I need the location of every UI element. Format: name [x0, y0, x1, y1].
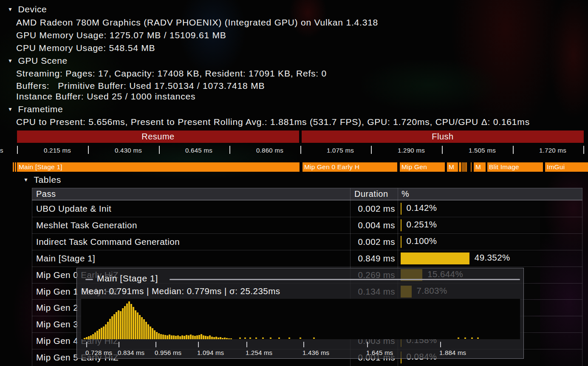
scale-label: 1.505 ms — [452, 147, 513, 154]
timeline-span[interactable]: M — [447, 162, 458, 172]
histogram-axis-tick — [246, 342, 247, 347]
profiler-overlay: ▼Device AMD Radeon 780M Graphics (RADV P… — [0, 0, 588, 366]
timeline-span-label: M — [474, 162, 486, 172]
column-header-duration[interactable]: Duration — [354, 188, 388, 200]
column-header-pass[interactable]: Pass — [36, 188, 56, 200]
histogram-axis-label: 1.645 ms — [366, 349, 393, 356]
percent-label: 49.352% — [475, 250, 510, 265]
timeline-span[interactable] — [462, 162, 463, 172]
histogram-bar — [124, 306, 126, 339]
histogram-bar — [186, 335, 187, 339]
timeline-span[interactable]: Mip Gen — [400, 162, 445, 172]
timeline-span[interactable]: ImGui — [545, 162, 588, 172]
tooltip-stats: Mean: 0.791ms | Median: 0.779ms | σ: 25.… — [81, 286, 280, 296]
scale-tick — [371, 146, 372, 154]
scene-blob — [361, 60, 497, 111]
gpu-memory-line: GPU Memory Usage: 1275.07 MB / 15109.61 … — [16, 30, 226, 40]
histogram-bar — [222, 338, 223, 339]
timeline-span[interactable] — [464, 162, 464, 172]
table-row[interactable]: Indirect Task Command Generation0.002 ms… — [32, 233, 582, 250]
timeline-span-label: ImGui — [545, 162, 588, 172]
timeline-group-flush[interactable]: Flush — [302, 131, 584, 143]
timeline-span[interactable]: Main [Stage 1] — [17, 162, 300, 172]
percent-label: 0.142% — [407, 201, 437, 215]
histogram-dot — [244, 338, 246, 339]
histogram-bar — [175, 336, 177, 339]
cpu-memory-line: CPU Memory Usage: 548.54 MB — [16, 43, 155, 53]
pass-histogram-tooltip: Main [Stage 1] Mean: 0.791ms | Median: 0… — [76, 268, 524, 359]
histogram-dot — [313, 338, 315, 339]
scale-label: 1.720 ms — [522, 147, 583, 154]
pass-cell: Indirect Task Command Generation — [36, 234, 180, 250]
table-row[interactable]: Meshlet Task Generation0.004 ms0.251% — [32, 217, 582, 233]
section-device[interactable]: ▼Device — [8, 4, 47, 14]
separator-dash — [85, 279, 93, 280]
timeline-span[interactable] — [471, 162, 472, 172]
column-header-percent[interactable]: % — [401, 188, 409, 200]
histogram-dot — [249, 338, 251, 339]
table-row[interactable]: UBO Update & Init0.002 ms0.142% — [32, 200, 582, 217]
histogram-bar — [184, 336, 185, 339]
histogram-bar — [137, 312, 139, 339]
histogram-dot — [477, 338, 479, 339]
histogram-bar — [133, 307, 134, 339]
timeline-span[interactable]: M — [474, 162, 486, 172]
percent-bar — [401, 236, 401, 248]
histogram-bar — [228, 338, 230, 339]
section-gpu-scene[interactable]: ▼GPU Scene — [8, 56, 68, 66]
scene-blob — [450, 0, 561, 136]
scale-stub: s — [0, 147, 3, 154]
histogram-axis-label: 1.254 ms — [246, 349, 272, 356]
histogram-bar — [215, 337, 217, 339]
histogram-bar — [196, 335, 198, 339]
scene-blob — [85, 140, 297, 179]
gpu-device-line: AMD Radeon 780M Graphics (RADV PHOENIX) … — [16, 17, 378, 28]
histogram-axis-label: 1.436 ms — [302, 349, 329, 356]
histogram-bar — [162, 335, 164, 339]
histogram-bar — [120, 311, 122, 339]
histogram-bar — [198, 335, 200, 339]
duration-cell: 0.002 ms — [350, 234, 395, 250]
histogram-bar — [145, 322, 147, 339]
histogram-bar — [171, 335, 172, 339]
histogram-bar — [177, 335, 179, 339]
histogram-dot — [300, 338, 301, 339]
section-frametime[interactable]: ▼Frametime — [8, 104, 63, 114]
table-header: Pass Duration % — [32, 188, 582, 200]
scale-tick — [583, 146, 584, 154]
histogram-bar — [139, 315, 141, 339]
scale-label: 1.075 ms — [310, 147, 371, 154]
section-tables[interactable]: ▼Tables — [23, 175, 61, 185]
histogram-axis-tick — [303, 342, 304, 347]
histogram-bar — [109, 319, 111, 339]
histogram-bar — [111, 316, 113, 339]
timeline-group-resume[interactable]: Resume — [17, 131, 299, 143]
histogram-dot — [458, 338, 459, 339]
histogram-bar — [158, 333, 160, 339]
timeline-span[interactable] — [459, 162, 461, 172]
percent-bar — [401, 219, 401, 231]
tooltip-title: Main [Stage 1] — [97, 273, 158, 284]
histogram-bar — [173, 335, 175, 340]
histogram-bar — [181, 335, 183, 340]
histogram-bar — [90, 335, 92, 340]
scale-tick — [300, 146, 301, 154]
timeline-span[interactable]: Blit Image — [487, 162, 543, 172]
scale-label: 0.215 ms — [27, 147, 88, 154]
histogram-bar — [209, 335, 211, 339]
scale-tick — [159, 146, 160, 154]
percent-label: 0.251% — [407, 217, 437, 232]
scale-tick — [513, 146, 514, 154]
timeline-span[interactable]: Mip Gen 0 Early H — [302, 162, 397, 172]
table-row[interactable]: Main [Stage 1]0.849 ms49.352% — [32, 250, 582, 267]
timeline-span[interactable] — [13, 162, 14, 172]
histogram-bar — [141, 317, 143, 339]
collapse-arrow-icon: ▼ — [8, 58, 13, 64]
timeline-span[interactable] — [465, 162, 466, 172]
scale-label: 0.430 ms — [98, 147, 159, 154]
timeline-span-label: Mip Gen 0 Early H — [302, 162, 397, 172]
timeline-span[interactable] — [15, 162, 16, 172]
histogram-bar — [113, 314, 115, 339]
histogram-bar — [84, 338, 85, 339]
timeline-span[interactable] — [466, 162, 467, 172]
